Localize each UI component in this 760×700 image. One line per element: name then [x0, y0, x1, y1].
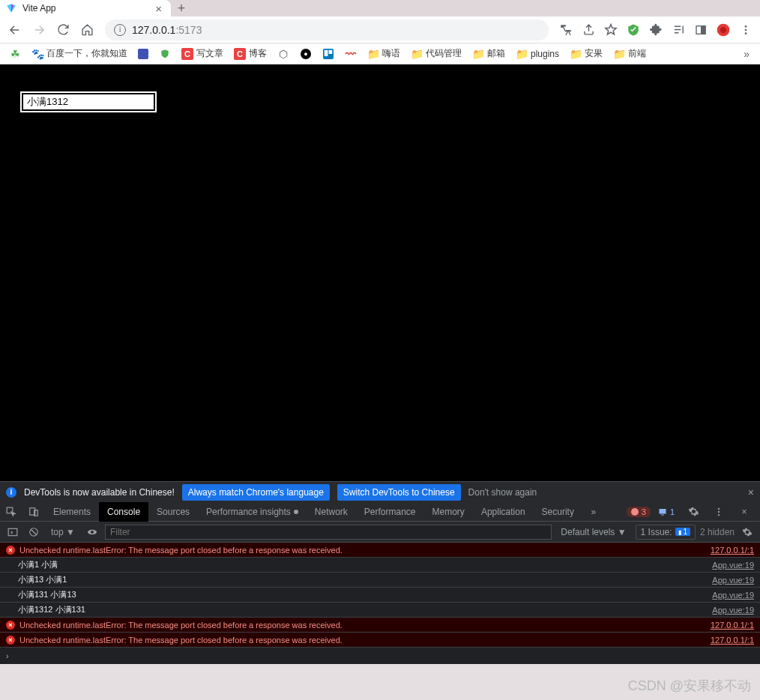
switch-chinese-button[interactable]: Switch DevTools to Chinese — [337, 484, 461, 501]
svg-point-14 — [718, 507, 720, 509]
svg-point-6 — [745, 32, 747, 34]
bookmark-item[interactable]: 📁plugins — [511, 46, 564, 61]
chrome-menu-icon[interactable] — [736, 20, 756, 40]
profile-avatar-icon[interactable] — [714, 20, 733, 40]
bookmark-item[interactable] — [154, 46, 175, 61]
bookmark-item[interactable]: 📁前端 — [609, 46, 651, 61]
devtools-tab-application[interactable]: Application — [473, 502, 534, 522]
message-text: Unchecked runtime.lastError: The message… — [19, 546, 343, 555]
issue-count-badge[interactable]: 1 — [654, 507, 679, 517]
watermark: CSDN @安果移不动 — [628, 677, 751, 695]
error-count-badge[interactable]: 3 — [627, 507, 651, 517]
back-button[interactable] — [4, 19, 25, 40]
site-info-icon[interactable]: i — [114, 24, 126, 36]
bookmark-item[interactable] — [133, 47, 153, 61]
devtools-tab-elements[interactable]: Elements — [45, 502, 99, 522]
console-sidebar-toggle-icon[interactable] — [4, 524, 21, 540]
devtools-settings-icon[interactable] — [682, 502, 705, 522]
devtools-tab-network[interactable]: Network — [307, 502, 356, 522]
devtools-tab-sources[interactable]: Sources — [148, 502, 198, 522]
address-bar[interactable]: i 127.0.0.1:5173 — [105, 19, 549, 40]
bookmark-item[interactable]: ⬡ — [273, 46, 294, 61]
source-link[interactable]: App.vue:19 — [712, 561, 754, 570]
new-tab-button[interactable]: + — [171, 0, 192, 16]
log-levels-selector[interactable]: Default levels ▼ — [556, 525, 630, 539]
source-link[interactable]: 127.0.0.1/:1 — [711, 621, 754, 630]
tab-close-icon[interactable]: × — [152, 2, 165, 15]
match-language-button[interactable]: Always match Chrome's language — [182, 484, 330, 501]
browser-toolbar: i 127.0.0.1:5173 — [0, 16, 760, 43]
svg-rect-9 — [329, 49, 333, 53]
bookmark-item[interactable]: ● — [295, 46, 316, 61]
panel-icon[interactable] — [691, 20, 711, 40]
console-message: ×Unchecked runtime.lastError: The messag… — [0, 618, 760, 633]
bookmark-star-icon[interactable] — [601, 20, 621, 40]
home-button[interactable] — [76, 19, 97, 40]
extensions-icon[interactable] — [646, 20, 666, 40]
console-message: 小满131 小满13App.vue:19 — [0, 588, 760, 603]
dismiss-button[interactable]: Don't show again — [468, 487, 537, 498]
tab-title: Vite App — [22, 3, 146, 13]
devtools-tab-memory[interactable]: Memory — [424, 502, 473, 522]
devtools-tab-console[interactable]: Console — [99, 502, 148, 522]
site-icon: C — [234, 48, 246, 60]
translate-icon[interactable] — [556, 20, 576, 40]
bookmarks-overflow-icon[interactable]: » — [738, 48, 756, 60]
bookmark-item[interactable]: 📁邮箱 — [468, 46, 510, 61]
bookmark-item[interactable]: ☘ — [4, 46, 25, 61]
clear-console-icon[interactable] — [25, 524, 42, 540]
error-icon: × — [6, 636, 15, 645]
adblock-icon[interactable] — [624, 20, 643, 40]
console-message: ×Unchecked runtime.lastError: The messag… — [0, 633, 760, 648]
source-link[interactable]: 127.0.0.1/:1 — [711, 636, 754, 645]
bookmark-item[interactable] — [318, 46, 339, 61]
banner-close-icon[interactable]: × — [748, 486, 754, 498]
console-toolbar: top ▼ Default levels ▼ 1 Issue: ▮ 1 2 hi… — [0, 522, 760, 543]
bookmark-item[interactable]: 📁代码管理 — [406, 46, 466, 61]
folder-icon: 📁 — [516, 48, 528, 60]
bookmark-label: 写文章 — [196, 47, 223, 60]
devtools-tab-performance[interactable]: Performance — [356, 502, 424, 522]
forward-button[interactable] — [28, 19, 49, 40]
console-message: 小满1 小满App.vue:19 — [0, 558, 760, 573]
svg-point-3 — [720, 26, 726, 32]
console-filter-input[interactable] — [105, 525, 552, 540]
svg-rect-13 — [659, 509, 666, 514]
console-settings-icon[interactable] — [739, 524, 756, 540]
bookmark-item[interactable]: C写文章 — [177, 46, 228, 61]
issues-button[interactable]: 1 Issue: ▮ 1 — [636, 525, 696, 540]
svg-rect-17 — [8, 528, 17, 535]
devtools-tab-performance-insights[interactable]: Performance insights — [198, 502, 307, 522]
bookmark-item[interactable]: 〰 — [340, 46, 361, 61]
folder-icon: 📁 — [472, 48, 484, 60]
devtools-tab-security[interactable]: Security — [534, 502, 582, 522]
reading-list-icon[interactable] — [669, 20, 688, 40]
text-input[interactable] — [22, 93, 155, 111]
source-link[interactable]: App.vue:19 — [712, 591, 754, 600]
browser-tab[interactable]: Vite App × — [0, 0, 171, 16]
devtools-close-icon[interactable]: × — [733, 502, 756, 522]
live-expression-icon[interactable] — [84, 524, 100, 540]
prompt-chevron-icon: › — [6, 651, 9, 660]
bookmark-item[interactable]: C博客 — [229, 46, 271, 61]
inspect-element-icon[interactable] — [0, 502, 22, 522]
devtools-menu-icon[interactable] — [708, 502, 730, 522]
hex-icon: ⬡ — [277, 48, 289, 60]
bookmark-item[interactable]: 📁嗨语 — [363, 46, 405, 61]
share-icon[interactable] — [579, 20, 598, 40]
hidden-count: 2 hidden — [700, 527, 735, 537]
console-prompt[interactable]: › — [0, 648, 760, 664]
context-selector[interactable]: top ▼ — [46, 525, 79, 539]
bookmarks-bar: ☘🐾百度一下，你就知道C写文章C博客⬡●〰📁嗨语📁代码管理📁邮箱📁plugins… — [0, 43, 760, 64]
bookmark-label: 博客 — [249, 47, 267, 60]
source-link[interactable]: 127.0.0.1/:1 — [711, 546, 754, 555]
message-text: 小满1 小满 — [18, 559, 58, 570]
source-link[interactable]: App.vue:19 — [712, 576, 754, 585]
device-toggle-icon[interactable] — [22, 502, 45, 522]
reload-button[interactable] — [52, 19, 73, 40]
message-text: 小满13 小满1 — [18, 574, 67, 585]
bookmark-item[interactable]: 📁安果 — [565, 46, 607, 61]
source-link[interactable]: App.vue:19 — [712, 606, 754, 615]
bookmark-item[interactable]: 🐾百度一下，你就知道 — [27, 46, 132, 61]
more-tabs-icon[interactable]: » — [582, 502, 605, 522]
